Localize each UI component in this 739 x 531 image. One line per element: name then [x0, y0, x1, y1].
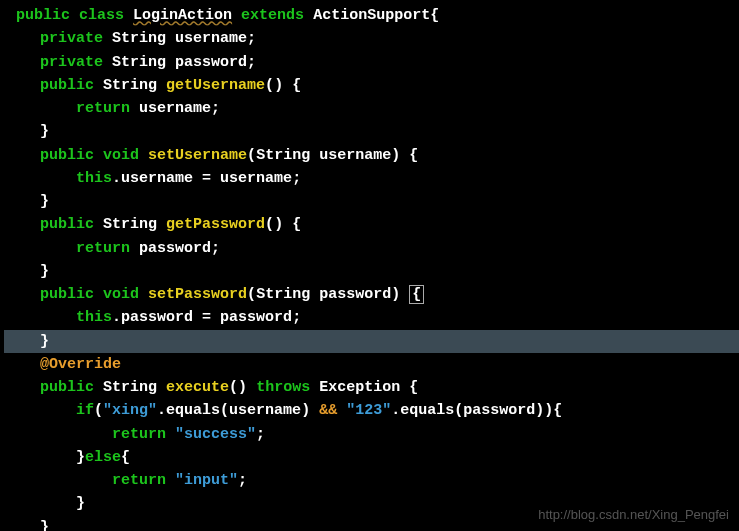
- method-getpassword: getPassword: [166, 216, 265, 233]
- code-line: }: [4, 190, 739, 213]
- method-equals: equals: [166, 402, 220, 419]
- code-line: }else{: [4, 446, 739, 469]
- string-literal: "123": [346, 402, 391, 419]
- keyword-public: public: [16, 7, 70, 24]
- keyword-throws: throws: [256, 379, 310, 396]
- method-execute: execute: [166, 379, 229, 396]
- string-literal: "xing": [103, 402, 157, 419]
- type-exception: Exception: [319, 379, 400, 396]
- annotation-override: @Override: [40, 356, 121, 373]
- keyword-return: return: [76, 100, 130, 117]
- code-line: }: [4, 260, 739, 283]
- keyword-public: public: [40, 77, 94, 94]
- string-literal: "input": [175, 472, 238, 489]
- keyword-if: if: [76, 402, 94, 419]
- code-line: return username;: [4, 97, 739, 120]
- code-line: return "input";: [4, 469, 739, 492]
- operator-and: &&: [319, 402, 337, 419]
- keyword-this: this: [76, 170, 112, 187]
- code-line: this.password = password;: [4, 306, 739, 329]
- keyword-else: else: [85, 449, 121, 466]
- code-line: @Override: [4, 353, 739, 376]
- type-string: String: [112, 54, 166, 71]
- method-getusername: getUsername: [166, 77, 265, 94]
- field-username: username: [175, 30, 247, 47]
- method-setusername: setUsername: [148, 147, 247, 164]
- cursor-position: {: [409, 285, 424, 304]
- code-line-highlighted: }: [4, 330, 739, 353]
- string-literal: "success": [175, 426, 256, 443]
- code-line: public void setPassword(String password)…: [4, 283, 739, 306]
- type-string: String: [112, 30, 166, 47]
- code-line: public String execute() throws Exception…: [4, 376, 739, 399]
- watermark-text: http://blog.csdn.net/Xing_Pengfei: [538, 505, 729, 525]
- code-line: private String password;: [4, 51, 739, 74]
- code-line: public void setUsername(String username)…: [4, 144, 739, 167]
- code-line: }: [4, 120, 739, 143]
- brace-open: {: [430, 7, 439, 24]
- code-line: public String getUsername() {: [4, 74, 739, 97]
- param-password: password: [319, 286, 391, 303]
- code-line: if("xing".equals(username) && "123".equa…: [4, 399, 739, 422]
- keyword-public: public: [40, 147, 94, 164]
- code-line: return "success";: [4, 423, 739, 446]
- keyword-extends: extends: [241, 7, 304, 24]
- type-string: String: [103, 77, 157, 94]
- brace-close: }: [40, 123, 49, 140]
- keyword-private: private: [40, 54, 103, 71]
- code-editor: public class LoginAction extends ActionS…: [0, 0, 739, 531]
- code-line: public String getPassword() {: [4, 213, 739, 236]
- keyword-void: void: [103, 147, 139, 164]
- field-password: password: [175, 54, 247, 71]
- code-line: return password;: [4, 237, 739, 260]
- keyword-private: private: [40, 30, 103, 47]
- keyword-class: class: [79, 7, 124, 24]
- superclass: ActionSupport: [313, 7, 430, 24]
- code-line: public class LoginAction extends ActionS…: [4, 4, 739, 27]
- class-name: LoginAction: [133, 7, 232, 24]
- method-setpassword: setPassword: [148, 286, 247, 303]
- code-line: private String username;: [4, 27, 739, 50]
- param-username: username: [319, 147, 391, 164]
- code-line: this.username = username;: [4, 167, 739, 190]
